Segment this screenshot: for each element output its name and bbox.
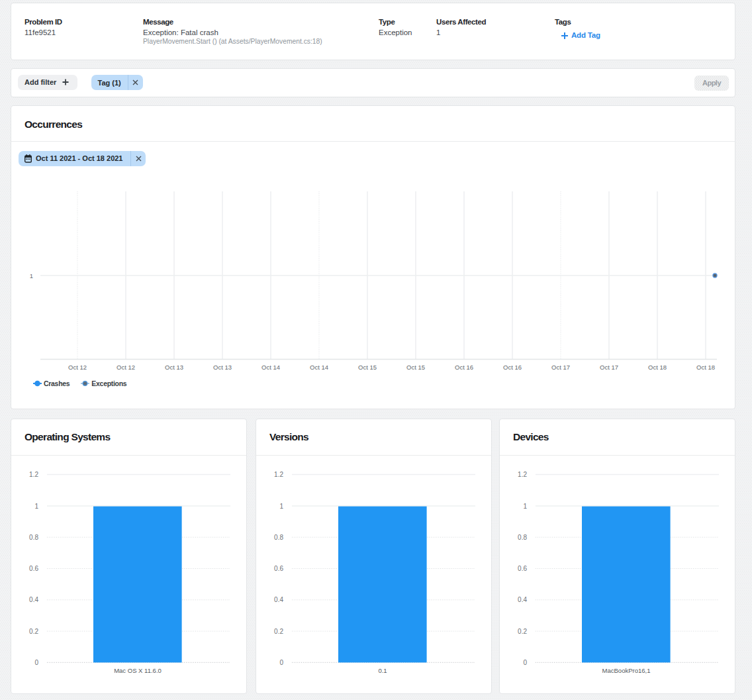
svg-text:0.4: 0.4 <box>29 596 38 603</box>
svg-text:0.6: 0.6 <box>29 565 38 572</box>
svg-text:1: 1 <box>523 503 527 510</box>
svg-text:0.4: 0.4 <box>274 596 283 603</box>
svg-text:0.1: 0.1 <box>378 667 387 674</box>
svg-text:0.8: 0.8 <box>29 534 38 541</box>
svg-text:0.8: 0.8 <box>518 534 527 541</box>
svg-text:0.6: 0.6 <box>274 565 283 572</box>
svg-text:1.2: 1.2 <box>518 471 527 478</box>
svg-text:0: 0 <box>279 659 283 666</box>
svg-text:Oct 17: Oct 17 <box>600 364 618 371</box>
svg-text:0: 0 <box>34 659 38 666</box>
svg-text:Oct 18: Oct 18 <box>696 364 715 371</box>
svg-text:Oct 15: Oct 15 <box>406 364 425 371</box>
svg-text:Oct 14: Oct 14 <box>261 364 280 371</box>
svg-text:0.2: 0.2 <box>274 628 283 635</box>
svg-text:Oct 14: Oct 14 <box>310 364 328 371</box>
svg-text:0: 0 <box>523 659 527 666</box>
svg-text:Oct 12: Oct 12 <box>68 364 87 371</box>
svg-text:Oct 17: Oct 17 <box>551 364 570 371</box>
svg-text:MacBookPro16,1: MacBookPro16,1 <box>602 667 651 674</box>
svg-text:1: 1 <box>279 503 283 510</box>
svg-text:0.2: 0.2 <box>29 628 38 635</box>
svg-text:Mac OS X 11.6.0: Mac OS X 11.6.0 <box>114 667 162 674</box>
svg-text:0.4: 0.4 <box>518 596 527 603</box>
svg-text:Oct 18: Oct 18 <box>648 364 667 371</box>
svg-text:Oct 16: Oct 16 <box>455 364 473 371</box>
svg-text:0.8: 0.8 <box>274 534 283 541</box>
svg-text:Oct 15: Oct 15 <box>358 364 377 371</box>
svg-text:Oct 13: Oct 13 <box>165 364 183 371</box>
svg-text:0.6: 0.6 <box>518 565 527 572</box>
svg-text:Oct 16: Oct 16 <box>503 364 522 371</box>
svg-text:Oct 13: Oct 13 <box>213 364 232 371</box>
svg-text:Oct 12: Oct 12 <box>117 364 135 371</box>
svg-text:1: 1 <box>34 503 38 510</box>
svg-text:0.2: 0.2 <box>518 628 527 635</box>
svg-text:1.2: 1.2 <box>29 471 38 478</box>
svg-text:1: 1 <box>30 272 33 279</box>
svg-text:1.2: 1.2 <box>274 471 283 478</box>
